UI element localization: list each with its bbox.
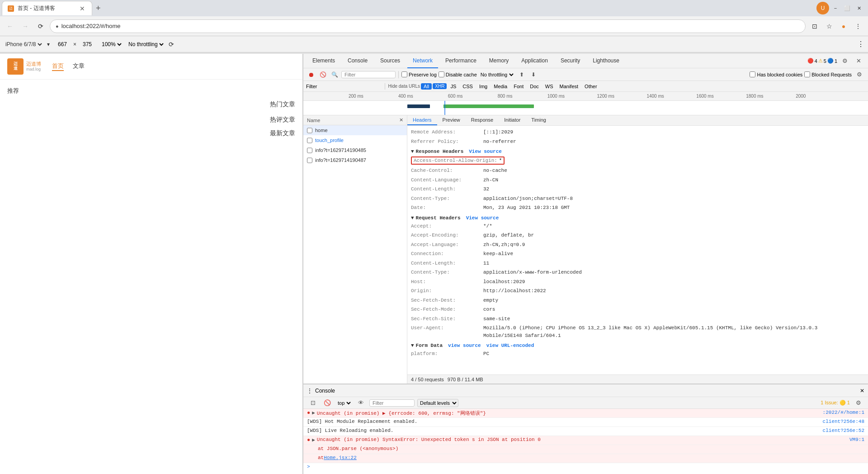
disable-cache-check[interactable]: Disable cache: [439, 71, 477, 77]
browser-tab[interactable]: 迈 首页 - 迈道博客 ✕: [2, 1, 92, 15]
toolbar-more-button[interactable]: ⋮: [857, 40, 864, 48]
request-item-info2[interactable]: info?t=1629714190487: [303, 155, 407, 165]
cast-icon[interactable]: ⊡: [808, 20, 821, 33]
tab-elements[interactable]: Elements: [307, 54, 340, 68]
close-button[interactable]: ✕: [854, 3, 864, 14]
tab-network[interactable]: Network: [407, 54, 438, 68]
blocked-requests-check[interactable]: Blocked Requests: [804, 71, 852, 77]
console-settings-icon[interactable]: ⚙: [853, 397, 864, 409]
response-view-source[interactable]: View source: [469, 149, 502, 154]
height-input[interactable]: 375: [78, 41, 96, 47]
nav-article-link[interactable]: 文章: [73, 62, 85, 71]
reload-button[interactable]: ⟳: [34, 20, 47, 33]
tab-lighthouse[interactable]: Lighthouse: [587, 54, 625, 68]
network-settings-icon[interactable]: ⚙: [854, 69, 865, 81]
form-view-url[interactable]: view URL-encoded: [486, 343, 534, 348]
tab-preview[interactable]: Preview: [437, 115, 466, 125]
has-blocked-check[interactable]: Has blocked cookies: [750, 71, 802, 77]
form-view-source[interactable]: view source: [448, 343, 481, 348]
request-checkbox-touch[interactable]: [307, 137, 312, 143]
import-button[interactable]: ⬆: [517, 70, 527, 80]
new-tab-button[interactable]: +: [92, 2, 104, 15]
restore-button[interactable]: ⬜: [842, 3, 853, 14]
filter-ws[interactable]: WS: [542, 83, 556, 90]
filter-xhr[interactable]: XHR: [433, 83, 447, 89]
search-button[interactable]: 🔍: [330, 70, 340, 80]
devtools-close-icon[interactable]: ✕: [853, 55, 864, 67]
tab-initiator[interactable]: Initiator: [499, 115, 526, 125]
filter-text-input[interactable]: [320, 84, 382, 89]
filter-input[interactable]: [341, 71, 396, 78]
forward-button[interactable]: →: [19, 20, 32, 33]
filter-css[interactable]: CSS: [460, 83, 476, 90]
console-eye-icon[interactable]: 👁: [355, 397, 367, 409]
console-context-select[interactable]: top: [336, 400, 352, 406]
expand-arrow-1[interactable]: ▶: [312, 410, 315, 416]
info-link-1[interactable]: client?256e:48: [810, 419, 864, 424]
close-request-panel[interactable]: ✕: [399, 117, 403, 123]
profile-icon[interactable]: ●: [837, 20, 850, 33]
tab-performance[interactable]: Performance: [440, 54, 482, 68]
home-jsx-link[interactable]: Home.jsx:22: [324, 455, 357, 460]
export-button[interactable]: ⬇: [528, 70, 538, 80]
has-blocked-checkbox[interactable]: [750, 71, 755, 77]
console-clear-icon[interactable]: 🚫: [321, 397, 333, 409]
request-item-info1[interactable]: info?t=1629714190485: [303, 145, 407, 155]
disable-cache-checkbox[interactable]: [439, 71, 444, 77]
devtools-settings-icon[interactable]: ⚙: [839, 55, 851, 67]
minimize-button[interactable]: −: [830, 3, 841, 14]
tab-application[interactable]: Application: [516, 54, 553, 68]
console-prohibit-icon[interactable]: ⊡: [307, 397, 319, 409]
preserve-log-check[interactable]: Preserve log: [401, 71, 437, 77]
profile-icon[interactable]: U: [816, 2, 829, 14]
request-item-touch-profile[interactable]: touch_profile: [303, 135, 407, 145]
tab-headers[interactable]: Headers: [407, 115, 437, 125]
tab-sources[interactable]: Sources: [375, 54, 406, 68]
error-link-1[interactable]: :2022/#/home:1: [810, 410, 864, 415]
tab-memory[interactable]: Memory: [484, 54, 514, 68]
request-checkbox-info1[interactable]: [307, 147, 312, 153]
blocked-requests-checkbox[interactable]: [804, 71, 810, 77]
console-input[interactable]: [312, 464, 864, 469]
console-filter-input[interactable]: [369, 399, 415, 407]
request-checkbox-info2[interactable]: [307, 157, 312, 163]
console-levels-select[interactable]: Default levels: [417, 399, 458, 407]
expand-arrow-2[interactable]: ▶: [312, 437, 315, 443]
filter-media[interactable]: Media: [491, 83, 510, 90]
filter-img[interactable]: Img: [476, 83, 490, 90]
console-more-icon[interactable]: ⋮: [307, 388, 312, 394]
filter-js[interactable]: JS: [448, 83, 459, 90]
width-input[interactable]: 667: [53, 41, 71, 47]
rotate-button[interactable]: ⟳: [169, 41, 174, 48]
filter-all[interactable]: All: [421, 83, 432, 90]
clear-button[interactable]: 🚫: [318, 70, 328, 80]
filter-doc[interactable]: Doc: [527, 83, 542, 90]
tab-console[interactable]: Console: [342, 54, 373, 68]
zoom-select[interactable]: 100%: [100, 41, 123, 48]
back-button[interactable]: ←: [4, 20, 16, 33]
device-select[interactable]: iPhone 6/7/8: [4, 41, 43, 48]
preserve-log-checkbox[interactable]: [401, 71, 407, 77]
filter-other[interactable]: Other: [582, 83, 600, 90]
response-headers-section[interactable]: ▼ Response Headers View source: [411, 146, 864, 155]
tab-timing[interactable]: Timing: [526, 115, 552, 125]
address-bar[interactable]: ● localhost:2022/#/home: [50, 19, 806, 33]
info-link-2[interactable]: client?256e:52: [810, 428, 864, 433]
filter-manifest[interactable]: Manifest: [557, 83, 581, 90]
throttle-select[interactable]: No throttling: [127, 41, 165, 48]
error-link-2[interactable]: VM9:1: [810, 437, 864, 442]
nav-home-link[interactable]: 首页: [52, 62, 64, 71]
tab-response[interactable]: Response: [466, 115, 499, 125]
form-data-section[interactable]: ▼ Form Data view source view URL-encoded: [411, 340, 864, 349]
request-headers-section[interactable]: ▼ Request Headers View source: [411, 213, 864, 222]
bookmark-icon[interactable]: ☆: [823, 20, 835, 33]
more-icon[interactable]: ⋮: [852, 20, 864, 33]
filter-font[interactable]: Font: [511, 83, 526, 90]
record-button[interactable]: ⏺: [306, 70, 316, 80]
request-view-source[interactable]: View source: [466, 215, 499, 221]
tab-close-button[interactable]: ✕: [78, 5, 86, 13]
console-close-button[interactable]: ✕: [860, 388, 864, 394]
request-item-home[interactable]: home: [303, 125, 407, 135]
tab-security[interactable]: Security: [555, 54, 585, 68]
throttle-dropdown[interactable]: No throttling: [479, 71, 515, 78]
